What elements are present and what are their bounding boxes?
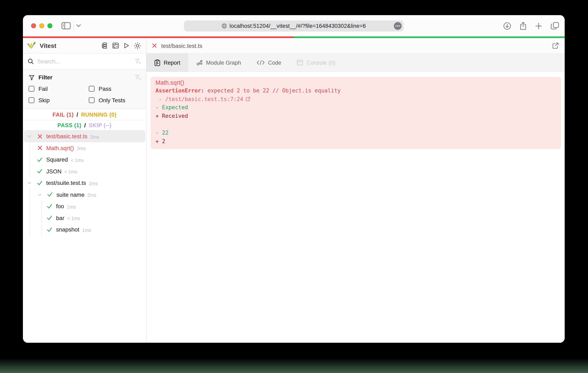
filter-funnel-icon [29, 74, 35, 80]
filter-checkbox-skip[interactable] [29, 97, 34, 103]
filter-checkbox-fail[interactable] [29, 86, 34, 91]
filter-checkbox-only-tests[interactable] [89, 97, 94, 103]
vitest-logo [27, 41, 36, 50]
test-label: snapshot [56, 226, 79, 233]
theme-toggle-sun-icon[interactable] [134, 42, 141, 49]
error-line-error: AssertionError: expected 2 to be 22 // O… [156, 87, 556, 95]
error-line-expected: - 22 [156, 129, 556, 137]
test-label: Math.sqrt() [46, 145, 74, 151]
share-icon[interactable] [520, 21, 527, 30]
chevron-down-icon[interactable] [26, 181, 33, 186]
tab-label: Code [268, 60, 281, 66]
main-pane: test/basic.test.ts ReportModule GraphCod… [147, 38, 565, 343]
summary-part: FAIL (1) [52, 112, 74, 118]
tab-overview-icon[interactable] [551, 22, 559, 30]
globe-icon [222, 23, 227, 29]
fail-icon [36, 134, 43, 139]
new-tab-icon[interactable] [535, 22, 542, 29]
test-label: test/suite.test.ts [46, 180, 86, 186]
error-line-received: + Received [156, 112, 556, 120]
dashboard-icon[interactable] [112, 42, 119, 49]
desktop: localhost:51204/__vitest__/#/?file=16484… [0, 0, 588, 373]
progress-pass-segment [294, 36, 565, 38]
fail-icon [36, 145, 43, 151]
error-line-expected: - Expected [156, 104, 556, 112]
expand-collapse-tree-icon[interactable] [101, 42, 108, 49]
error-line-blank [156, 120, 556, 129]
summary-line-1: FAIL (1)/RUNNING (0) [23, 109, 146, 120]
tab-code[interactable]: Code [249, 53, 289, 72]
summary-part: / [84, 122, 86, 128]
report-view: Math.sqrt()AssertionError: expected 2 to… [147, 72, 565, 343]
page-settings-button[interactable] [394, 22, 402, 30]
window-close-button[interactable] [31, 23, 36, 28]
pass-icon [36, 157, 43, 162]
clear-search-filter-icon[interactable] [135, 58, 141, 65]
filter-option-pass[interactable]: Pass [89, 85, 141, 93]
test-duration: 1ms [67, 203, 76, 209]
test-label: foo [56, 203, 64, 210]
open-file-header: test/basic.test.ts [147, 38, 565, 53]
tree-row-json[interactable]: JSON< 1ms [23, 166, 146, 177]
tree-row-squared[interactable]: Squared< 1ms [23, 154, 146, 166]
test-duration: 3ms [77, 145, 85, 151]
tab-label: Module Graph [206, 60, 241, 66]
window-minimize-button[interactable] [39, 23, 44, 28]
view-tabs: ReportModule GraphCodeConsole (0) [147, 53, 565, 72]
pass-icon [47, 192, 53, 197]
filter-option-fail[interactable]: Fail [29, 85, 89, 93]
tree-row-foo[interactable]: foo1ms [23, 200, 146, 212]
chevron-down-icon[interactable] [26, 134, 33, 139]
open-in-editor-icon[interactable] [552, 42, 559, 49]
stack-trace-link[interactable]: - /test/basic.test.ts:7:24 [156, 95, 251, 104]
pass-icon [46, 227, 53, 232]
filter-option-skip[interactable]: Skip [29, 96, 89, 104]
browser-toolbar: localhost:51204/__vitest__/#/?file=16484… [23, 15, 565, 36]
external-link-icon[interactable] [246, 97, 251, 102]
clear-filter-icon[interactable] [135, 74, 141, 81]
filter-title: Filter [39, 74, 131, 81]
filter-option-label: Only Tests [99, 97, 125, 103]
graph-icon [196, 59, 203, 66]
tab-console-0[interactable]: Console (0) [289, 53, 343, 72]
address-bar[interactable]: localhost:51204/__vitest__/#/?file=16484… [184, 21, 404, 31]
test-label: Squared [46, 156, 68, 163]
tree-row-suite-name[interactable]: suite name2ms [23, 189, 146, 200]
search-row [23, 53, 146, 70]
sidebar-header: Vitest [23, 38, 146, 53]
tab-label: Console (0) [307, 60, 335, 66]
tab-label: Report [164, 60, 180, 66]
test-label: test/basic.test.ts [46, 133, 87, 140]
console-icon [297, 59, 304, 66]
test-label: bar [56, 215, 64, 221]
summary-part: PASS (1) [57, 122, 81, 128]
tab-report[interactable]: Report [147, 53, 188, 72]
tree-row-bar[interactable]: bar< 1ms [23, 212, 146, 224]
filter-checkbox-pass[interactable] [89, 86, 94, 91]
tree-row-test-basic-test-ts[interactable]: test/basic.test.ts3ms [23, 130, 146, 142]
error-line-received: + 2 [156, 137, 556, 145]
toolbar-separator [74, 21, 74, 31]
fail-status-icon [152, 43, 157, 48]
filter-options: FailPassSkipOnly Tests [29, 85, 141, 104]
progress-fail-segment [23, 36, 294, 38]
search-input[interactable] [37, 58, 131, 65]
sidebar-toggle-icon[interactable] [61, 15, 71, 36]
filter-option-only-tests[interactable]: Only Tests [89, 96, 141, 104]
browser-window: localhost:51204/__vitest__/#/?file=16484… [23, 15, 565, 343]
tree-row-snapshot[interactable]: snapshot1ms [23, 224, 146, 235]
tab-module-graph[interactable]: Module Graph [188, 53, 249, 72]
search-icon [27, 58, 34, 65]
pass-icon [46, 204, 53, 209]
tree-row-test-suite-test-ts[interactable]: test/suite.test.ts2ms [23, 177, 146, 189]
downloads-icon[interactable] [503, 22, 511, 30]
window-zoom-button[interactable] [47, 23, 52, 28]
pass-icon [36, 180, 43, 186]
toolbar-chevron-down-icon[interactable] [76, 15, 81, 36]
report-icon [154, 59, 160, 66]
tree-row-math-sqrt[interactable]: Math.sqrt()3ms [23, 142, 146, 154]
filter-option-label: Fail [39, 85, 48, 92]
run-all-icon[interactable] [123, 42, 130, 49]
chevron-down-icon[interactable] [36, 192, 43, 197]
test-tree: test/basic.test.ts3msMath.sqrt()3msSquar… [23, 130, 146, 343]
